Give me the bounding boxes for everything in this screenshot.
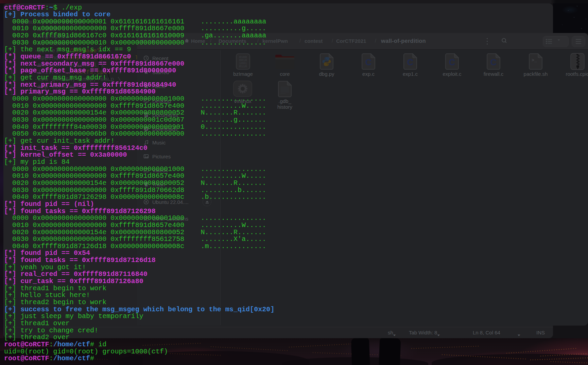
svg-text:C: C xyxy=(449,57,455,67)
svg-text:C: C xyxy=(490,57,497,67)
svg-text:C: C xyxy=(407,57,414,67)
svg-text:>_: >_ xyxy=(532,58,537,63)
svg-text:C: C xyxy=(365,57,372,67)
